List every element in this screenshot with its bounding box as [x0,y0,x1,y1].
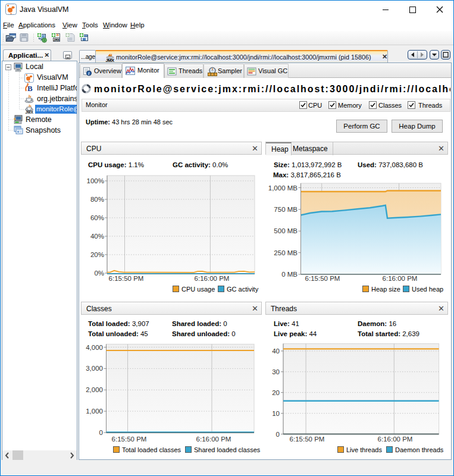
svg-text:100%: 100% [87,177,104,184]
svg-text:30: 30 [272,368,280,375]
svg-text:500 MB: 500 MB [274,227,298,234]
svg-text:80%: 80% [90,196,104,203]
svg-text:4,000: 4,000 [86,344,103,351]
svg-text:6:15:50 PM: 6:15:50 PM [112,436,147,443]
svg-text:20%: 20% [90,251,104,258]
svg-text:6:15:50 PM: 6:15:50 PM [109,275,144,282]
svg-text:40: 40 [272,347,280,355]
svg-text:250 MB: 250 MB [274,249,298,256]
svg-text:3,000: 3,000 [86,365,103,372]
svg-text:6:16:00 PM: 6:16:00 PM [378,436,413,443]
svg-text:40%: 40% [90,233,104,240]
svg-text:1,000: 1,000 [86,408,103,415]
svg-text:6:16:00 PM: 6:16:00 PM [383,275,418,282]
svg-text:6:16:00 PM: 6:16:00 PM [196,436,231,443]
svg-text:0: 0 [99,429,103,436]
svg-text:1,000 MB: 1,000 MB [268,184,298,192]
svg-text:60%: 60% [90,214,104,221]
svg-text:6:15:50 PM: 6:15:50 PM [290,436,325,443]
svg-text:6:15:50 PM: 6:15:50 PM [305,275,340,282]
svg-text:2,000: 2,000 [86,386,103,393]
svg-text:0%: 0% [94,270,104,277]
svg-text:20: 20 [272,389,280,396]
svg-text:JMX: JMX [54,38,60,42]
svg-text:0: 0 [276,431,280,438]
svg-text:0 MB: 0 MB [281,271,298,278]
svg-text:JMX: JMX [26,110,34,114]
svg-text:6:16:00 PM: 6:16:00 PM [195,275,230,282]
svg-text:750 MB: 750 MB [274,206,298,213]
svg-text:JMX: JMX [106,58,114,62]
svg-text:B: B [27,84,33,93]
svg-text:i: i [88,71,89,76]
svg-text:10: 10 [272,410,280,417]
